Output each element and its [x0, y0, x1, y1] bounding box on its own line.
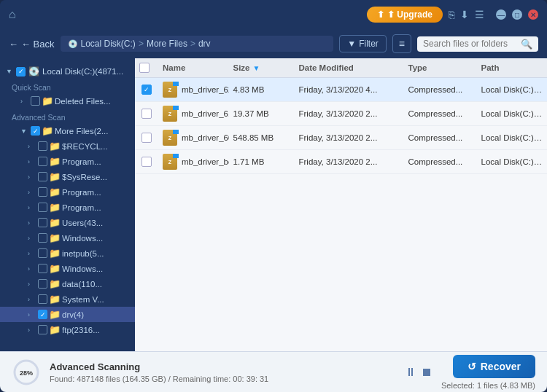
sidebar-checkbox[interactable] [38, 325, 47, 334]
sidebar-item-ftp[interactable]: › 📁 ftp(2316... [0, 322, 135, 337]
path-header-label: Path [481, 63, 500, 72]
file-date: Friday, 3/13/2020 2... [295, 109, 404, 118]
sidebar-item-label: Program... [62, 157, 101, 166]
sidebar-item-users[interactable]: › 📁 Users(43... [0, 215, 135, 230]
file-date: Friday, 3/13/2020 4... [295, 85, 404, 94]
expand-arrow-icon: ▼ [6, 68, 15, 75]
header-date[interactable]: Date Modified [295, 63, 404, 73]
sidebar-checkbox[interactable] [38, 172, 47, 181]
sidebar-checkbox-more-files[interactable]: ✓ [31, 126, 40, 136]
zip-file-icon: Z [163, 106, 177, 122]
filter-icon: ▼ [347, 39, 356, 49]
folder-icon: 📁 [49, 171, 61, 182]
sidebar-item-sysrese[interactable]: › 📁 $SysRese... [0, 169, 135, 184]
sidebar-item-program1[interactable]: › 📁 Program... [0, 154, 135, 169]
sidebar-item-deleted[interactable]: › 📁 Deleted Files... [0, 93, 135, 109]
folder-icon: 📁 [49, 263, 61, 274]
sidebar-checkbox[interactable] [38, 157, 47, 166]
maximize-button[interactable]: □ [512, 9, 522, 20]
back-arrow-icon: ← [9, 39, 18, 50]
sidebar-checkbox[interactable] [38, 141, 47, 151]
sidebar-item-program2[interactable]: › 📁 Program... [0, 184, 135, 200]
sidebar-checkbox-drv[interactable]: ✓ [38, 310, 47, 319]
sidebar-checkbox[interactable] [38, 248, 47, 258]
sidebar-item-windows1[interactable]: › 📁 Windows... [0, 230, 135, 246]
menu-icon[interactable]: ☰ [475, 9, 484, 20]
sort-icon: ▼ [253, 64, 260, 72]
row-checkbox-col[interactable]: ✓ [135, 85, 158, 95]
zip-file-icon: Z [163, 130, 177, 146]
file-size: 4.83 MB [229, 85, 295, 94]
sidebar-checkbox[interactable] [38, 187, 47, 197]
sidebar-checkbox[interactable] [38, 233, 47, 243]
sidebar-checkbox-root[interactable]: ✓ [16, 67, 26, 77]
sidebar-checkbox[interactable] [38, 203, 47, 212]
expand-arrow-icon: › [28, 311, 36, 318]
expand-arrow-icon: › [20, 98, 29, 105]
header-size[interactable]: Size ▼ [229, 63, 295, 73]
sidebar-item-inetpub[interactable]: › 📁 inetpub(5... [0, 246, 135, 261]
search-input[interactable] [423, 39, 518, 49]
share-icon[interactable]: ⎘ [449, 9, 454, 20]
sidebar-item-label: System V... [62, 295, 104, 304]
header-checkbox-col[interactable] [135, 63, 158, 73]
breadcrumb-sep2: > [190, 39, 195, 49]
row-checkbox[interactable] [141, 157, 152, 167]
table-row[interactable]: Z mb_driver_bootdrv_hw10_r... 1.71 MB Fr… [135, 150, 547, 174]
file-name-cell: Z mb_driver_606_ryzen_19.1... [158, 130, 229, 146]
sidebar-checkbox-deleted[interactable] [31, 96, 40, 106]
table-row[interactable]: ✓ Z mb_driver_622_cpsetup_10... 4.83 MB … [135, 78, 547, 102]
filter-button[interactable]: ▼ Filter [339, 35, 387, 52]
search-icon[interactable]: 🔍 [521, 39, 532, 50]
breadcrumb-folder2[interactable]: drv [198, 39, 211, 49]
sidebar-item-more-files[interactable]: ▼ ✓ 📁 More Files(2... [0, 123, 135, 138]
save-icon[interactable]: ⬇ [460, 9, 469, 20]
sidebar-item-program3[interactable]: › 📁 Program... [0, 200, 135, 215]
home-icon[interactable]: ⌂ [9, 8, 16, 21]
table-row[interactable]: Z mb_driver_606_ryzen_19.1... 548.85 MB … [135, 126, 547, 150]
file-size: 19.37 MB [229, 109, 295, 118]
folder-icon: 📁 [49, 294, 61, 305]
breadcrumb-folder1[interactable]: More Files [147, 39, 187, 49]
sidebar-checkbox[interactable] [38, 279, 47, 289]
sidebar-item-label: $RECYCL... [62, 142, 108, 151]
sidebar-item-drv[interactable]: › ✓ 📁 drv(4) [0, 307, 135, 322]
close-button[interactable]: ✕ [528, 9, 538, 20]
row-checkbox[interactable] [141, 109, 152, 119]
disk-icon: 💽 [28, 66, 39, 77]
row-checkbox-col[interactable] [135, 109, 158, 119]
breadcrumb: 💿 Local Disk(C:) > More Files > drv [61, 36, 334, 52]
file-name: mb_driver_bootdrv_hw10_r... [182, 157, 229, 166]
breadcrumb-disk[interactable]: Local Disk(C:) [81, 39, 136, 49]
select-all-checkbox[interactable] [139, 63, 150, 73]
header-name[interactable]: Name [158, 63, 229, 73]
view-menu-button[interactable]: ≡ [392, 34, 411, 53]
header-type[interactable]: Type [404, 63, 477, 73]
sidebar-item-windows2[interactable]: › 📁 Windows... [0, 261, 135, 276]
upgrade-button[interactable]: ⬆ ⬆ Upgrade [367, 7, 443, 23]
back-button[interactable]: ← ← Back [9, 39, 55, 50]
row-checkbox[interactable]: ✓ [141, 85, 152, 95]
file-size: 1.71 MB [229, 157, 295, 166]
pause-button[interactable]: ⏸ [405, 366, 416, 379]
sidebar-item-root[interactable]: ▼ ✓ 💽 Local Disk(C:)(4871... [0, 64, 135, 79]
expand-arrow-icon: › [28, 158, 36, 165]
table-row[interactable]: Z mb_driver_612_realtekdch_... 19.37 MB … [135, 102, 547, 126]
recover-button[interactable]: ↺ Recover [453, 355, 535, 378]
sidebar-checkbox[interactable] [38, 294, 47, 304]
folder-icon: 📁 [42, 95, 53, 106]
row-checkbox-col[interactable] [135, 157, 158, 167]
minimize-button[interactable]: — [496, 9, 506, 20]
row-checkbox[interactable] [141, 133, 152, 143]
sidebar-item-label: $SysRese... [62, 173, 107, 181]
row-checkbox-col[interactable] [135, 133, 158, 143]
sidebar-item-recycle[interactable]: › 📁 $RECYCL... [0, 138, 135, 154]
sidebar-item-system[interactable]: › 📁 System V... [0, 291, 135, 307]
sidebar-checkbox[interactable] [38, 264, 47, 273]
sidebar-item-data[interactable]: › 📁 data(110... [0, 276, 135, 291]
header-path[interactable]: Path [477, 63, 548, 73]
stop-button[interactable]: ⏹ [421, 366, 432, 379]
sidebar-deleted-label: Deleted Files... [55, 97, 111, 106]
sidebar-item-label: Windows... [62, 264, 103, 273]
sidebar-checkbox[interactable] [38, 218, 47, 227]
